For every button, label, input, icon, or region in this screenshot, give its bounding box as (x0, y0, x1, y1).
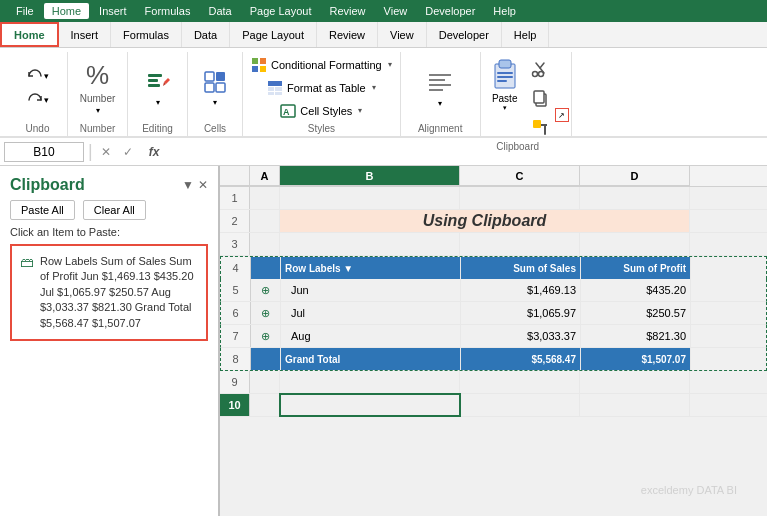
col-header-b[interactable]: B (280, 166, 460, 186)
cell-b8-total[interactable]: Grand Total (281, 348, 461, 370)
paste-button[interactable]: Paste ▾ (485, 52, 525, 116)
cell-a8[interactable] (251, 348, 281, 370)
tab-help[interactable]: Help (502, 22, 550, 47)
clipboard-item[interactable]: 🗃 Row Labels Sum of Sales Sum of Profit … (10, 244, 208, 341)
paste-icon (489, 56, 521, 92)
cell-a1[interactable] (250, 187, 280, 209)
menu-item-home[interactable]: Home (44, 3, 89, 19)
cell-a2[interactable] (250, 210, 280, 232)
number-label: Number (80, 93, 116, 104)
cell-b5[interactable]: Jun (281, 279, 461, 301)
clear-all-button[interactable]: Clear All (83, 200, 146, 220)
cell-a10[interactable] (250, 394, 280, 416)
click-to-paste-label: Click an Item to Paste: (10, 226, 208, 238)
format-painter-icon (531, 118, 549, 136)
clipboard-close-button[interactable]: ✕ (198, 178, 208, 192)
cell-a9[interactable] (250, 371, 280, 393)
format-painter-button[interactable] (529, 116, 551, 141)
cut-button[interactable] (529, 58, 551, 83)
menu-item-formulas[interactable]: Formulas (137, 3, 199, 19)
col-header-c[interactable]: C (460, 166, 580, 186)
cell-b7[interactable]: Aug (281, 325, 461, 347)
cut-icon (531, 60, 549, 78)
tab-data[interactable]: Data (182, 22, 230, 47)
cell-d1[interactable] (580, 187, 690, 209)
menu-item-view[interactable]: View (376, 3, 416, 19)
cell-a7[interactable]: ⊕ (251, 325, 281, 347)
tab-home[interactable]: Home (0, 22, 59, 47)
formula-confirm-button[interactable]: ✓ (119, 145, 137, 159)
cell-d6[interactable]: $250.57 (581, 302, 691, 324)
cell-b10-selected[interactable] (280, 394, 460, 416)
cell-c3[interactable] (460, 233, 580, 255)
formula-cancel-button[interactable]: ✕ (97, 145, 115, 159)
undo-row: ▾ (22, 65, 53, 87)
conditional-formatting-button[interactable]: Conditional Formatting ▾ (247, 55, 396, 75)
percent-icon: % (86, 60, 109, 91)
menu-item-data[interactable]: Data (200, 3, 239, 19)
paste-all-button[interactable]: Paste All (10, 200, 75, 220)
cell-b6[interactable]: Jul (281, 302, 461, 324)
row-num-3: 3 (220, 233, 250, 255)
menu-item-developer[interactable]: Developer (417, 3, 483, 19)
cell-d4-header[interactable]: Sum of Profit (581, 257, 691, 279)
cell-d3[interactable] (580, 233, 690, 255)
cell-c1[interactable] (460, 187, 580, 209)
cell-c5[interactable]: $1,469.13 (461, 279, 581, 301)
menu-item-review[interactable]: Review (321, 3, 373, 19)
formula-input[interactable] (171, 143, 763, 161)
menu-item-help[interactable]: Help (485, 3, 524, 19)
undo-button[interactable]: ▾ (22, 65, 53, 87)
cell-a5[interactable]: ⊕ (251, 279, 281, 301)
alignment-group-label: Alignment (405, 123, 476, 136)
tab-page-layout[interactable]: Page Layout (230, 22, 317, 47)
cell-b3[interactable] (280, 233, 460, 255)
cell-b9[interactable] (280, 371, 460, 393)
col-header-d[interactable]: D (580, 166, 690, 186)
clipboard-launcher-button[interactable]: ↗ (555, 108, 569, 122)
conditional-formatting-icon (251, 57, 267, 73)
cell-b2-title[interactable]: Using Clipboard (280, 210, 690, 232)
cell-d7[interactable]: $821.30 (581, 325, 691, 347)
cell-styles-button[interactable]: A Cell Styles ▾ (276, 101, 366, 121)
format-as-table-button[interactable]: Format as Table ▾ (263, 78, 380, 98)
cell-b4-header[interactable]: Row Labels ▼ (281, 257, 461, 279)
cell-d10[interactable] (580, 394, 690, 416)
row-num-1: 1 (220, 187, 250, 209)
cell-d8-total[interactable]: $1,507.07 (581, 348, 691, 370)
menu-item-insert[interactable]: Insert (91, 3, 135, 19)
name-box[interactable] (4, 142, 84, 162)
row-num-5: 5 (221, 279, 251, 301)
cell-c8-total[interactable]: $5,568.47 (461, 348, 581, 370)
cell-c9[interactable] (460, 371, 580, 393)
svg-rect-3 (205, 72, 214, 81)
format-as-table-label: Format as Table (287, 82, 366, 94)
menu-item-file[interactable]: File (8, 3, 42, 19)
cell-a3[interactable] (250, 233, 280, 255)
table-row: 10 (220, 394, 767, 417)
tab-review[interactable]: Review (317, 22, 378, 47)
tab-developer[interactable]: Developer (427, 22, 502, 47)
redo-button[interactable]: ▾ (22, 89, 53, 111)
cell-a4[interactable] (251, 257, 281, 279)
cell-c6[interactable]: $1,065.97 (461, 302, 581, 324)
copy-button[interactable] (529, 87, 551, 112)
cell-c10[interactable] (460, 394, 580, 416)
tab-insert[interactable]: Insert (59, 22, 112, 47)
col-header-a[interactable]: A (250, 166, 280, 186)
editing-group-label: Editing (132, 123, 183, 136)
cell-a6[interactable]: ⊕ (251, 302, 281, 324)
cell-c7[interactable]: $3,033.37 (461, 325, 581, 347)
cell-c4-header[interactable]: Sum of Sales (461, 257, 581, 279)
tab-view[interactable]: View (378, 22, 427, 47)
cell-d5[interactable]: $435.20 (581, 279, 691, 301)
styles-group-label: Styles (247, 123, 396, 136)
cell-d9[interactable] (580, 371, 690, 393)
clipboard-item-text: Row Labels Sum of Sales Sum of Profit Ju… (40, 254, 198, 331)
cell-b1[interactable] (280, 187, 460, 209)
tab-formulas[interactable]: Formulas (111, 22, 182, 47)
menu-item-page layout[interactable]: Page Layout (242, 3, 320, 19)
clipboard-collapse-button[interactable]: ▼ (182, 178, 194, 192)
cells-group-label: Cells (192, 123, 238, 136)
cell-styles-icon: A (280, 103, 296, 119)
